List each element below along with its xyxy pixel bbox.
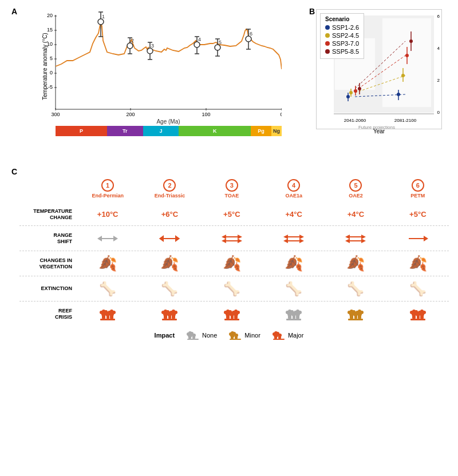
temp-2: +6°C <box>139 210 200 219</box>
period-k: K <box>179 126 251 136</box>
svg-text:0: 0 <box>280 112 282 117</box>
ext-1: 🦴 <box>77 281 139 297</box>
temp-row: TEMPERATURECHANGE +10°C +6°C +5°C +4°C +… <box>19 203 449 226</box>
impact-title: Impact <box>155 332 175 339</box>
svg-point-146 <box>232 311 235 314</box>
legend-ssp5: SSP5-8.5 <box>325 48 359 55</box>
svg-marker-91 <box>175 235 180 242</box>
major-icon <box>272 329 286 342</box>
temp-4: +4°C <box>263 210 325 219</box>
impact-legend: Impact None <box>9 327 449 344</box>
reef-label: REEFCRISIS <box>19 308 77 320</box>
temp-6: +5°C <box>387 210 449 219</box>
panel-a-label: A <box>11 7 17 16</box>
panel-b: B Scenario SSP1-2.6 SSP2-4.5 <box>305 5 453 165</box>
ext-4: 🦴 <box>263 281 325 297</box>
range-2 <box>139 233 200 244</box>
ext-6: 🦴 <box>387 281 449 297</box>
svg-rect-123 <box>106 314 109 319</box>
event-5-name: OAE2 <box>349 193 363 199</box>
event-6-header: 6 PETM <box>387 169 449 201</box>
event-3-number: 3 <box>226 179 238 192</box>
top-row: A Temperature anomaly (°C) 20 15 10 <box>7 5 451 165</box>
reef-row: REEFCRISIS <box>19 302 449 327</box>
svg-point-185 <box>418 311 421 314</box>
svg-rect-164 <box>286 319 301 320</box>
svg-marker-112 <box>424 236 428 241</box>
event-2-header: 2 End-Triassic <box>139 169 200 201</box>
event-1-number: 1 <box>101 179 114 192</box>
svg-point-79 <box>401 74 405 77</box>
svg-text:2: 2 <box>437 78 440 83</box>
range-row: RANGESHIFT <box>19 226 449 251</box>
svg-point-121 <box>112 311 116 314</box>
event-1-name: End-Permian <box>92 193 124 199</box>
svg-marker-86 <box>97 236 102 241</box>
range-arrow-3 <box>222 233 242 244</box>
minor-swatch: Minor <box>228 329 260 342</box>
y-axis-label-a: Temperature anomaly (°C) <box>42 33 48 100</box>
svg-text:200: 200 <box>126 112 135 117</box>
svg-point-35 <box>147 48 153 54</box>
none-label: None <box>202 332 217 339</box>
main-container: A Temperature anomaly (°C) 20 15 10 <box>0 0 458 476</box>
range-arrow-1 <box>97 233 118 244</box>
svg-marker-109 <box>361 239 366 243</box>
svg-rect-197 <box>192 335 195 339</box>
svg-rect-135 <box>164 314 167 319</box>
svg-rect-198 <box>187 339 199 340</box>
reef-2 <box>139 306 200 322</box>
geo-period-bar: P Tr J K Pg Ng <box>56 126 282 136</box>
veg-4: 🍂 <box>263 255 325 272</box>
reef-6 <box>387 306 449 322</box>
svg-rect-137 <box>172 314 175 319</box>
svg-rect-150 <box>234 314 238 319</box>
svg-point-83 <box>409 39 413 43</box>
svg-marker-101 <box>283 235 288 239</box>
impact-grid: 1 End-Permian 2 End-Triassic 3 TOAE 4 OA… <box>19 169 449 327</box>
svg-text:0: 0 <box>437 110 440 115</box>
svg-point-40 <box>194 42 200 47</box>
ssp5-label: SSP5-8.5 <box>332 48 359 55</box>
svg-text:5: 5 <box>50 55 53 61</box>
svg-rect-212 <box>274 335 277 339</box>
reef-4 <box>263 306 325 322</box>
svg-rect-213 <box>278 335 281 339</box>
veg-6: 🍂 <box>387 255 449 272</box>
svg-rect-177 <box>348 319 363 320</box>
panel-c: C 1 End-Permian 2 End-Triassic 3 <box>7 165 451 471</box>
svg-point-71 <box>349 91 353 94</box>
veg-3: 🍂 <box>201 255 263 272</box>
svg-point-75 <box>358 87 361 90</box>
svg-rect-214 <box>273 339 285 340</box>
svg-point-69 <box>346 95 350 98</box>
svg-rect-149 <box>231 314 234 319</box>
svg-rect-124 <box>110 314 113 319</box>
svg-text:3: 3 <box>151 43 154 49</box>
svg-text:2081-2100: 2081-2100 <box>394 118 417 123</box>
veg-5: 🍂 <box>325 255 386 272</box>
svg-text:1: 1 <box>102 14 105 19</box>
svg-text:15: 15 <box>47 27 53 33</box>
svg-rect-174 <box>350 314 353 319</box>
svg-point-73 <box>354 89 357 93</box>
event-2-name: End-Triassic <box>155 193 185 199</box>
chart-svg-a: 20 15 10 5 0 -5 <box>35 9 282 129</box>
minor-icon <box>228 329 242 342</box>
temp-label: TEMPERATURECHANGE <box>19 208 77 221</box>
svg-point-30 <box>127 43 133 49</box>
reef-icon-1 <box>99 306 116 322</box>
ext-2: 🦴 <box>139 281 200 297</box>
ssp2-dot <box>325 33 330 38</box>
svg-marker-92 <box>159 235 164 242</box>
event-4-header: 4 OAE1a <box>263 169 325 201</box>
svg-rect-188 <box>417 314 420 319</box>
svg-point-133 <box>169 311 173 314</box>
svg-point-81 <box>405 54 409 57</box>
scenario-legend: Scenario SSP1-2.6 SSP2-4.5 SSP3-7.0 <box>320 13 364 59</box>
temp-1: +10°C <box>77 210 139 219</box>
veg-label: CHANGES INVEGETATION <box>19 257 77 270</box>
event-2-number: 2 <box>163 179 176 192</box>
svg-text:5: 5 <box>219 39 222 45</box>
event-5-header: 5 OAE2 <box>325 169 386 201</box>
